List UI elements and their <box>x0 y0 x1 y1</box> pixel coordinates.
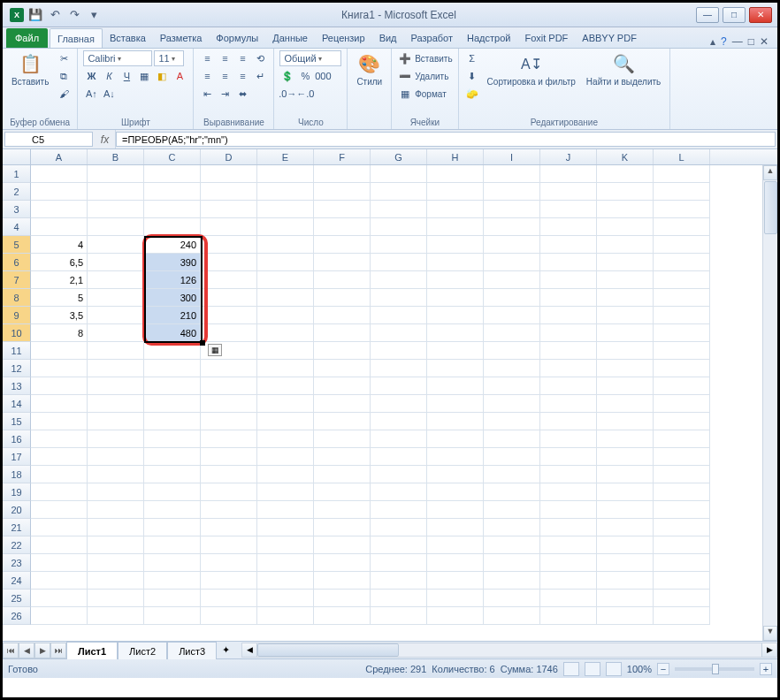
cell[interactable] <box>257 483 314 501</box>
cell[interactable] <box>654 183 710 201</box>
cell[interactable] <box>371 519 427 536</box>
styles-button[interactable]: 🎨 Стили <box>353 50 386 88</box>
insert-cells-icon[interactable]: ➕ <box>397 50 413 66</box>
tab-foxit[interactable]: Foxit PDF <box>517 28 575 48</box>
cell[interactable] <box>427 324 484 342</box>
cell[interactable] <box>88 307 144 324</box>
cell[interactable] <box>427 236 484 254</box>
vertical-scrollbar[interactable]: ▲ ▼ <box>762 165 777 641</box>
cell[interactable] <box>371 289 427 307</box>
increase-decimal-icon[interactable]: .0→ <box>279 86 295 102</box>
cell[interactable] <box>597 165 654 183</box>
tab-formulas[interactable]: Формулы <box>209 28 265 48</box>
cell[interactable] <box>540 466 597 483</box>
cell[interactable] <box>371 448 427 466</box>
cell[interactable] <box>484 590 540 607</box>
view-pagebreak-icon[interactable] <box>606 662 622 676</box>
cell[interactable] <box>314 324 371 342</box>
comma-icon[interactable]: 000 <box>315 68 331 84</box>
cell[interactable] <box>654 271 710 289</box>
cell[interactable] <box>88 183 144 201</box>
cell[interactable] <box>257 183 314 201</box>
cell[interactable] <box>201 218 257 236</box>
autofill-options-icon[interactable]: ▦ <box>208 344 222 356</box>
cell[interactable]: 8 <box>31 324 88 342</box>
cell[interactable] <box>597 519 654 536</box>
cell[interactable] <box>484 607 540 625</box>
cell[interactable] <box>201 201 257 218</box>
cell[interactable] <box>257 254 314 271</box>
cell[interactable] <box>484 289 540 307</box>
select-all-corner[interactable] <box>3 149 31 164</box>
cell[interactable] <box>31 342 88 360</box>
cell[interactable] <box>314 572 371 590</box>
grow-font-icon[interactable]: A↑ <box>83 86 99 102</box>
row-header[interactable]: 8 <box>3 289 31 307</box>
row-header[interactable]: 24 <box>3 572 31 590</box>
autosum-icon[interactable]: Σ <box>464 50 480 66</box>
cell[interactable] <box>484 324 540 342</box>
cell[interactable]: 2,1 <box>31 271 88 289</box>
cell[interactable] <box>371 483 427 501</box>
name-box[interactable]: C5 <box>4 132 93 147</box>
cell[interactable] <box>427 572 484 590</box>
cell[interactable] <box>314 271 371 289</box>
cell[interactable] <box>371 377 427 395</box>
cell[interactable] <box>427 395 484 413</box>
cell[interactable] <box>31 572 88 590</box>
cell[interactable] <box>540 218 597 236</box>
cell[interactable] <box>88 430 144 448</box>
cell[interactable]: 4 <box>31 236 88 254</box>
cell[interactable] <box>597 501 654 519</box>
cell[interactable] <box>31 536 88 554</box>
cell[interactable] <box>597 466 654 483</box>
minimize-button[interactable]: — <box>696 7 719 23</box>
cell[interactable] <box>654 289 710 307</box>
cell[interactable] <box>484 165 540 183</box>
tab-developer[interactable]: Разработ <box>404 28 460 48</box>
column-header[interactable]: E <box>257 149 314 164</box>
tab-addins[interactable]: Надстрой <box>460 28 517 48</box>
cell[interactable] <box>201 413 257 430</box>
cell[interactable] <box>314 554 371 572</box>
cell[interactable] <box>88 254 144 271</box>
doc-minimize-icon[interactable]: — <box>732 35 743 48</box>
cell[interactable] <box>201 165 257 183</box>
cell[interactable] <box>257 448 314 466</box>
font-color-icon[interactable]: A <box>172 68 187 84</box>
column-header[interactable]: F <box>314 149 371 164</box>
cell[interactable] <box>257 377 314 395</box>
row-header[interactable]: 5 <box>3 236 31 254</box>
cell[interactable] <box>540 307 597 324</box>
cell[interactable] <box>371 324 427 342</box>
zoom-out-icon[interactable]: − <box>657 663 669 675</box>
row-header[interactable]: 18 <box>3 466 31 483</box>
cell[interactable] <box>654 324 710 342</box>
sheet-nav-last-icon[interactable]: ⏭ <box>50 643 66 658</box>
cell[interactable] <box>427 201 484 218</box>
cell[interactable]: 5 <box>31 289 88 307</box>
cell[interactable] <box>654 236 710 254</box>
cell[interactable] <box>484 254 540 271</box>
cell[interactable] <box>427 342 484 360</box>
scroll-left-icon[interactable]: ◀ <box>242 643 257 657</box>
column-header[interactable]: B <box>88 149 144 164</box>
cell[interactable] <box>257 536 314 554</box>
cell[interactable] <box>88 466 144 483</box>
cell[interactable] <box>314 165 371 183</box>
cell[interactable] <box>540 572 597 590</box>
cell[interactable] <box>654 413 710 430</box>
row-header[interactable]: 3 <box>3 201 31 218</box>
help-icon[interactable]: ? <box>721 35 727 48</box>
cell[interactable] <box>427 254 484 271</box>
cell[interactable] <box>88 501 144 519</box>
cell[interactable] <box>654 536 710 554</box>
align-left-icon[interactable]: ≡ <box>199 68 215 84</box>
row-header[interactable]: 21 <box>3 519 31 536</box>
cell[interactable] <box>654 466 710 483</box>
cell[interactable] <box>371 165 427 183</box>
cell[interactable] <box>144 201 201 218</box>
font-name-selector[interactable]: Calibri▾ <box>83 50 152 66</box>
increase-indent-icon[interactable]: ⇥ <box>217 86 233 102</box>
cell[interactable] <box>371 271 427 289</box>
